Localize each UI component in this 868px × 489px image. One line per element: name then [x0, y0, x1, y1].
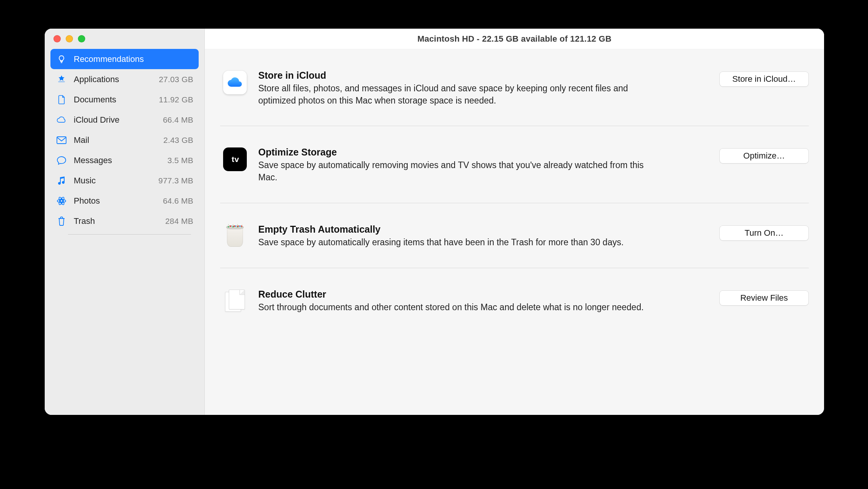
section-empty-trash: Empty Trash Automatically Save space by … — [220, 203, 809, 268]
apps-icon — [56, 74, 67, 85]
sidebar-separator — [68, 234, 191, 235]
sidebar-item-recommendations[interactable]: Recommendations — [50, 49, 199, 69]
sidebar-item-icloud-drive[interactable]: iCloud Drive 66.4 MB — [50, 110, 199, 130]
sidebar: Recommendations Applications 27.03 GB — [45, 29, 205, 415]
messages-icon — [56, 155, 67, 166]
section-description: Store all files, photos, and messages in… — [258, 83, 656, 107]
appletv-tile-icon: tv — [223, 147, 247, 171]
sidebar-item-label: iCloud Drive — [74, 115, 156, 125]
sidebar-item-size: 284 MB — [165, 217, 193, 226]
close-window-button[interactable] — [53, 35, 61, 42]
sidebar-item-size: 11.92 GB — [159, 95, 193, 104]
sidebar-item-messages[interactable]: Messages 3.5 MB — [50, 150, 199, 170]
section-optimize-storage: tv Optimize Storage Save space by automa… — [220, 126, 809, 202]
storage-management-window: Recommendations Applications 27.03 GB — [45, 29, 824, 415]
sidebar-item-label: Trash — [74, 216, 159, 226]
minimize-window-button[interactable] — [66, 35, 73, 42]
svg-rect-0 — [58, 81, 65, 82]
review-files-button[interactable]: Review Files — [719, 290, 809, 306]
section-title: Reduce Clutter — [258, 289, 700, 300]
icloud-tile-icon — [223, 71, 247, 94]
sidebar-item-size: 2.43 GB — [164, 136, 193, 145]
main-panel: Macintosh HD - 22.15 GB available of 121… — [205, 29, 824, 415]
trash-icon — [56, 215, 67, 227]
section-description: Save space by automatically removing mov… — [258, 159, 656, 183]
sidebar-item-mail[interactable]: Mail 2.43 GB — [50, 130, 199, 150]
section-description: Sort through documents and other content… — [258, 301, 656, 314]
sidebar-item-label: Messages — [74, 155, 161, 165]
sidebar-item-size: 977.3 MB — [159, 176, 194, 185]
optimize-button[interactable]: Optimize… — [719, 148, 809, 164]
sidebar-item-size: 64.6 MB — [163, 196, 193, 206]
section-title: Optimize Storage — [258, 147, 700, 158]
turn-on-button[interactable]: Turn On… — [719, 225, 809, 241]
section-description: Save space by automatically erasing item… — [258, 236, 656, 249]
sidebar-item-label: Music — [74, 176, 152, 186]
sidebar-item-size: 3.5 MB — [167, 156, 193, 165]
photos-icon — [56, 195, 67, 207]
sidebar-item-photos[interactable]: Photos 64.6 MB — [50, 191, 199, 211]
sidebar-item-trash[interactable]: Trash 284 MB — [50, 211, 199, 231]
sidebar-item-label: Photos — [74, 196, 156, 206]
section-title: Empty Trash Automatically — [258, 224, 700, 235]
sidebar-item-label: Mail — [74, 135, 157, 145]
svg-rect-1 — [57, 137, 66, 144]
recommendations-content: Store in iCloud Store all files, photos,… — [205, 49, 824, 415]
sidebar-item-size: 66.4 MB — [163, 115, 193, 125]
svg-point-2 — [60, 200, 63, 202]
section-reduce-clutter: Reduce Clutter Sort through documents an… — [220, 268, 809, 333]
window-controls — [45, 29, 204, 49]
sidebar-item-label: Documents — [74, 95, 152, 105]
window-title: Macintosh HD - 22.15 GB available of 121… — [205, 29, 824, 49]
section-store-in-icloud: Store in iCloud Store all files, photos,… — [220, 49, 809, 126]
sidebar-item-size: 27.03 GB — [159, 75, 193, 84]
music-icon — [56, 175, 67, 186]
sidebar-item-label: Recommendations — [74, 54, 193, 64]
store-in-icloud-button[interactable]: Store in iCloud… — [719, 71, 809, 87]
mail-icon — [56, 134, 67, 146]
sidebar-item-applications[interactable]: Applications 27.03 GB — [50, 69, 199, 89]
sidebar-item-documents[interactable]: Documents 11.92 GB — [50, 89, 199, 110]
section-title: Store in iCloud — [258, 70, 700, 81]
sidebar-list: Recommendations Applications 27.03 GB — [45, 49, 204, 235]
document-stack-icon — [223, 290, 247, 313]
sidebar-item-label: Applications — [74, 74, 152, 84]
cloud-icon — [56, 114, 67, 126]
document-icon — [56, 94, 67, 105]
lightbulb-icon — [56, 53, 67, 65]
trashcan-icon — [223, 225, 247, 248]
window-title-text: Macintosh HD - 22.15 GB available of 121… — [417, 34, 611, 44]
zoom-window-button[interactable] — [78, 35, 85, 42]
sidebar-item-music[interactable]: Music 977.3 MB — [50, 170, 199, 191]
